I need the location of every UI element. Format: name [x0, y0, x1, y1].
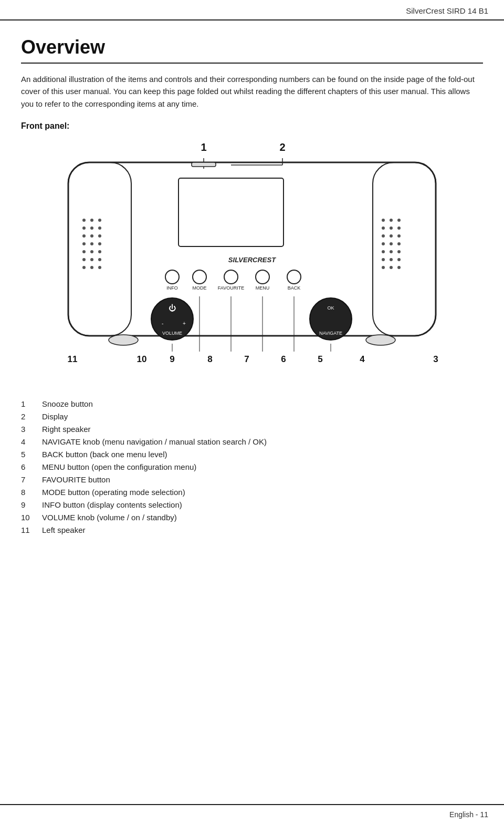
svg-rect-2: [68, 162, 436, 336]
svg-text:FAVOURITE: FAVOURITE: [218, 285, 244, 291]
legend-description: NAVIGATE knob (menu navigation / manual …: [42, 436, 483, 448]
svg-point-20: [90, 258, 93, 261]
svg-text:8: 8: [207, 354, 212, 364]
svg-point-35: [382, 242, 385, 245]
svg-text:3: 3: [433, 354, 438, 364]
page-heading: Overview: [21, 36, 483, 64]
svg-point-33: [390, 234, 393, 238]
legend-description: MENU button (open the configuration menu…: [42, 461, 483, 473]
svg-text:5: 5: [318, 354, 322, 364]
svg-point-32: [382, 234, 385, 238]
svg-point-31: [397, 226, 401, 230]
svg-point-56: [193, 270, 206, 284]
svg-text:11: 11: [68, 354, 78, 364]
legend-description: Snooze button: [42, 398, 483, 410]
legend-number: 3: [21, 423, 42, 436]
legend-item: 6MENU button (open the configuration men…: [21, 461, 483, 473]
legend-description: BACK button (back one menu level): [42, 448, 483, 461]
svg-rect-50: [192, 162, 216, 167]
legend-item: 4NAVIGATE knob (menu navigation / manual…: [21, 436, 483, 448]
svg-point-14: [90, 242, 93, 245]
legend-number: 8: [21, 486, 42, 499]
legend-item: 3Right speaker: [21, 423, 483, 436]
svg-point-38: [382, 250, 385, 253]
svg-point-43: [397, 258, 401, 261]
legend-number: 10: [21, 511, 42, 524]
svg-point-29: [382, 226, 385, 230]
svg-text:OK: OK: [327, 305, 334, 311]
svg-text:NAVIGATE: NAVIGATE: [319, 331, 342, 336]
legend-item: 2Display: [21, 410, 483, 423]
svg-point-6: [98, 219, 101, 222]
svg-point-45: [390, 266, 393, 269]
legend-item: 8MODE button (operating mode selection): [21, 486, 483, 499]
svg-text:+: +: [183, 321, 186, 326]
svg-text:4: 4: [360, 354, 365, 364]
legend-item: 10VOLUME knob (volume / on / standby): [21, 511, 483, 524]
page-footer: English - 11: [0, 804, 504, 824]
svg-point-18: [98, 250, 101, 253]
svg-point-42: [390, 258, 393, 261]
legend-description: INFO button (display contents selection): [42, 499, 483, 511]
svg-point-5: [90, 219, 93, 222]
svg-point-36: [390, 242, 393, 245]
svg-point-40: [397, 250, 401, 253]
svg-text:⏻: ⏻: [169, 304, 176, 312]
legend-item: 1Snooze button: [21, 398, 483, 410]
svg-point-44: [382, 266, 385, 269]
legend-description: Left speaker: [42, 524, 483, 537]
svg-point-54: [165, 270, 179, 284]
svg-text:10: 10: [137, 354, 147, 364]
svg-text:MENU: MENU: [256, 285, 270, 291]
intro-paragraph: An additional illustration of the items …: [21, 73, 483, 110]
svg-point-30: [390, 226, 393, 230]
device-svg: 1 2: [37, 136, 467, 388]
svg-point-62: [287, 270, 301, 284]
svg-rect-25: [373, 162, 436, 336]
legend-description: FAVOURITE button: [42, 473, 483, 486]
svg-point-11: [90, 234, 93, 238]
svg-point-9: [98, 226, 101, 230]
svg-point-19: [82, 258, 86, 261]
svg-point-73: [366, 335, 395, 345]
svg-point-41: [382, 258, 385, 261]
page-header: SilverCrest SIRD 14 B1: [0, 0, 504, 20]
svg-text:2: 2: [279, 141, 285, 153]
svg-text:INFO: INFO: [166, 285, 178, 291]
legend-item: 5BACK button (back one menu level): [21, 448, 483, 461]
legend-description: MODE button (operating mode selection): [42, 486, 483, 499]
svg-rect-47: [178, 178, 284, 246]
svg-point-8: [90, 226, 93, 230]
legend-number: 11: [21, 524, 42, 537]
svg-text:1: 1: [201, 141, 206, 153]
svg-point-17: [90, 250, 93, 253]
svg-point-7: [82, 226, 86, 230]
page-number: English - 11: [449, 810, 488, 819]
svg-text:MODE: MODE: [193, 285, 207, 291]
svg-point-22: [82, 266, 86, 269]
svg-point-37: [397, 242, 401, 245]
svg-point-26: [382, 219, 385, 222]
legend-number: 1: [21, 398, 42, 410]
legend-description: VOLUME knob (volume / on / standby): [42, 511, 483, 524]
svg-text:BACK: BACK: [288, 285, 301, 291]
legend-number: 2: [21, 410, 42, 423]
legend-number: 5: [21, 448, 42, 461]
svg-text:VOLUME: VOLUME: [162, 331, 182, 336]
legend-number: 4: [21, 436, 42, 448]
svg-point-46: [397, 266, 401, 269]
front-panel-label: Front panel:: [21, 121, 483, 131]
legend-item: 11Left speaker: [21, 524, 483, 537]
svg-point-72: [109, 335, 138, 345]
svg-point-13: [82, 242, 86, 245]
legend-description: Right speaker: [42, 423, 483, 436]
svg-point-12: [98, 234, 101, 238]
svg-point-15: [98, 242, 101, 245]
legend-description: Display: [42, 410, 483, 423]
svg-point-4: [82, 219, 86, 222]
document-title: SilverCrest SIRD 14 B1: [406, 6, 488, 15]
svg-point-28: [397, 219, 401, 222]
svg-point-21: [98, 258, 101, 261]
svg-point-60: [256, 270, 269, 284]
svg-text:SILVERCREST: SILVERCREST: [228, 256, 276, 264]
